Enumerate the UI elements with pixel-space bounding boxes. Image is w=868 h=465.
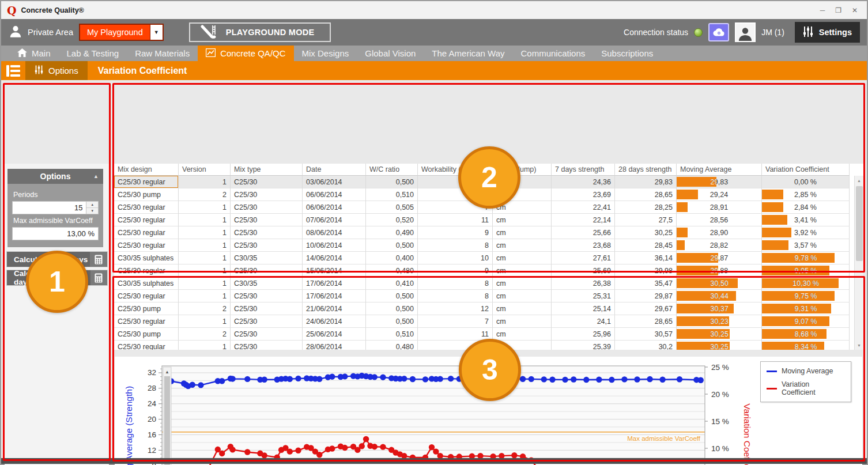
table-cell[interactable]: cm (493, 315, 552, 328)
table-cell[interactable]: 17/06/2014 (303, 277, 366, 290)
table-cell[interactable]: C25/30 (231, 341, 303, 350)
table-cell[interactable]: C25/30 (231, 201, 303, 214)
moving-average-cell[interactable]: 28,8228,82 (677, 239, 762, 252)
table-cell[interactable]: 29,67 (615, 303, 677, 315)
table-cell[interactable]: cm (493, 214, 552, 226)
column-header[interactable]: Mix type (231, 164, 303, 176)
moving-average-cell[interactable]: 28,9028,90 (677, 226, 762, 239)
table-cell[interactable]: C30/35 sulphates (114, 277, 179, 290)
table-cell[interactable]: C25/30 (231, 188, 303, 201)
variation-coefficient-cell[interactable]: 2,84 %2,84 % (762, 201, 850, 214)
user-label[interactable]: JM (1) (761, 28, 784, 37)
table-cell[interactable]: C25/30 (231, 290, 303, 303)
moving-average-cell[interactable]: 30,2330,23 (677, 315, 762, 328)
table-cell[interactable]: 2 (179, 303, 231, 315)
table-cell[interactable]: 23,68 (552, 239, 615, 252)
table-cell[interactable]: 03/06/2014 (303, 176, 366, 188)
table-cell[interactable]: C25/30 regular (114, 239, 179, 252)
table-cell[interactable]: 28,65 (615, 315, 677, 328)
table-cell[interactable]: 36,14 (615, 252, 677, 264)
table-cell[interactable]: C25/30 (231, 315, 303, 328)
table-row[interactable]: C30/35 sulphates1C30/3517/06/20140,4108c… (114, 277, 863, 290)
table-cell[interactable]: 25,66 (552, 226, 615, 239)
table-cell[interactable]: 30,57 (615, 328, 677, 341)
collapse-chevron-icon[interactable]: ▲ (93, 173, 99, 179)
chevron-down-icon[interactable]: ▼ (150, 25, 163, 40)
table-cell[interactable]: 8 (418, 277, 493, 290)
column-header[interactable]: 28 days strength (615, 164, 677, 176)
table-cell[interactable]: 28,25 (615, 201, 677, 214)
playground-selector[interactable]: My Playground ▼ (79, 24, 164, 41)
table-cell[interactable]: cm (493, 239, 552, 252)
variation-coefficient-cell[interactable]: 9,07 %9,07 % (762, 315, 850, 328)
table-cell[interactable]: C25/30 pump (114, 328, 179, 341)
table-cell[interactable]: 06/06/2014 (303, 188, 366, 201)
column-header[interactable]: Date (303, 164, 366, 176)
moving-average-cell[interactable]: 29,8829,88 (677, 264, 762, 277)
table-cell[interactable]: cm (493, 264, 552, 277)
table-cell[interactable]: 0,520 (366, 214, 418, 226)
stepper-down-icon[interactable]: ▼ (86, 208, 98, 214)
table-cell[interactable]: 07/06/2014 (303, 214, 366, 226)
table-cell[interactable]: C25/30 regular (114, 290, 179, 303)
moving-average-cell[interactable]: 28,5628,56 (677, 214, 762, 226)
table-cell[interactable]: 24,1 (552, 315, 615, 328)
variation-coefficient-cell[interactable]: 9,05 %9,05 % (762, 264, 850, 277)
variation-coefficient-cell[interactable]: 2,85 %2,85 % (762, 188, 850, 201)
table-row[interactable]: C25/30 pump2C25/3021/06/20140,50012cm25,… (114, 303, 863, 315)
table-cell[interactable]: cm (493, 328, 552, 341)
restore-button[interactable]: ❐ (835, 6, 841, 14)
table-cell[interactable]: 1 (179, 315, 231, 328)
table-cell[interactable]: 2 (179, 188, 231, 201)
table-cell[interactable]: 9 (418, 264, 493, 277)
minimize-button[interactable]: ─ (820, 6, 825, 14)
table-cell[interactable]: 14/06/2014 (303, 252, 366, 264)
table-cell[interactable]: 1 (179, 290, 231, 303)
table-cell[interactable]: 0,490 (366, 226, 418, 239)
table-scrollbar[interactable]: ▲ ▼ (854, 176, 863, 350)
table-cell[interactable]: 0,505 (366, 201, 418, 214)
tab-mix-designs[interactable]: Mix Designs (294, 46, 357, 61)
table-cell[interactable]: C25/30 regular (114, 264, 179, 277)
table-row[interactable]: C25/30 regular1C25/3010/06/20140,5008cm2… (114, 239, 863, 252)
table-cell[interactable]: C25/30 regular (114, 214, 179, 226)
cloud-sync-button[interactable] (708, 23, 729, 41)
tab-main[interactable]: Main (9, 46, 59, 61)
table-cell[interactable]: 23,69 (552, 188, 615, 201)
table-cell[interactable]: 25,31 (552, 290, 615, 303)
table-cell[interactable]: 0,500 (366, 176, 418, 188)
table-cell[interactable]: 0,400 (366, 252, 418, 264)
periods-input[interactable] (12, 201, 86, 214)
table-cell[interactable]: C25/30 (231, 328, 303, 341)
table-cell[interactable]: C25/30 (231, 214, 303, 226)
table-cell[interactable]: 25,69 (552, 264, 615, 277)
avatar[interactable] (735, 22, 756, 42)
table-cell[interactable]: 24/06/2014 (303, 315, 366, 328)
moving-average-cell[interactable]: 30,2530,25 (677, 341, 762, 350)
moving-average-cell[interactable]: 29,2429,24 (677, 188, 762, 201)
variation-coefficient-cell[interactable]: 3,41 %3,41 % (762, 214, 850, 226)
table-cell[interactable]: 10/06/2014 (303, 239, 366, 252)
table-cell[interactable]: C25/30 (231, 176, 303, 188)
moving-average-cell[interactable]: 29,8329,83 (677, 176, 762, 188)
table-cell[interactable]: 25,96 (552, 328, 615, 341)
moving-average-cell[interactable]: 28,9128,91 (677, 201, 762, 214)
table-cell[interactable]: 22,14 (552, 214, 615, 226)
table-cell[interactable]: 1 (179, 214, 231, 226)
table-row[interactable]: C30/35 sulphates1C30/3514/06/20140,40010… (114, 252, 863, 264)
tab-the-american-way[interactable]: The American Way (424, 46, 512, 61)
column-header[interactable]: Mix design (114, 164, 179, 176)
table-cell[interactable]: C25/30 (231, 303, 303, 315)
tab-concrete-qa-qc[interactable]: Concrete QA/QC (198, 46, 293, 61)
table-cell[interactable]: 0,410 (366, 277, 418, 290)
table-cell[interactable]: 15/06/2014 (303, 264, 366, 277)
table-cell[interactable]: cm (493, 303, 552, 315)
table-cell[interactable]: 28,45 (615, 239, 677, 252)
table-cell[interactable]: 1 (179, 239, 231, 252)
moving-average-cell[interactable]: 30,3730,37 (677, 303, 762, 315)
table-cell[interactable]: 1 (179, 201, 231, 214)
scroll-down-icon[interactable]: ▼ (855, 341, 863, 350)
scroll-up-icon[interactable]: ▲ (855, 176, 863, 185)
table-cell[interactable]: 06/06/2014 (303, 201, 366, 214)
table-cell[interactable]: 30,2 (615, 341, 677, 350)
